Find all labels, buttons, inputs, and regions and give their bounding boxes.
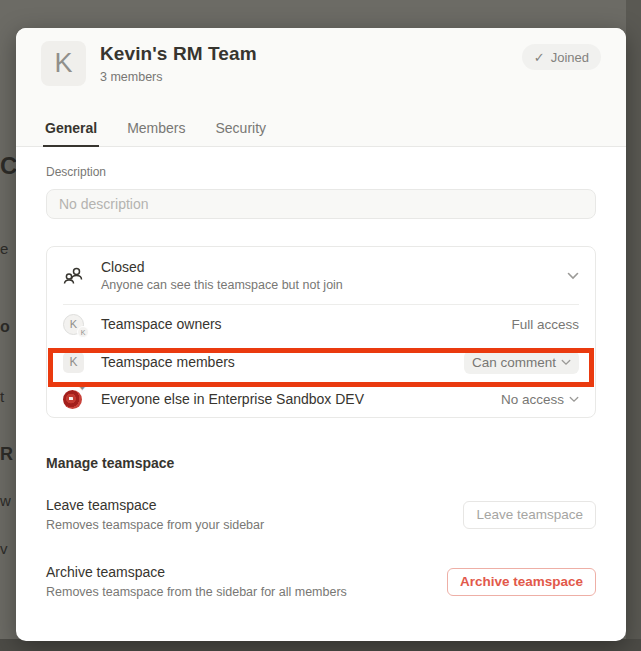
tab-security[interactable]: Security xyxy=(214,114,269,147)
access-level-owners: Full access xyxy=(511,317,579,332)
check-icon: ✓ xyxy=(534,50,545,65)
visibility-setting-row[interactable]: Closed Anyone can see this teamspace but… xyxy=(47,247,595,304)
access-level-members-dropdown[interactable]: Can comment xyxy=(464,351,579,374)
teamspace-settings-dialog: K Kevin's RM Team 3 members ✓ Joined Gen… xyxy=(16,28,626,641)
archive-teamspace-title: Archive teamspace xyxy=(46,564,347,580)
archive-teamspace-button[interactable]: Archive teamspace xyxy=(447,568,596,596)
backdrop-fragment: w xyxy=(0,492,11,509)
members-avatar: K xyxy=(63,350,87,374)
red-workspace-logo-icon: ✦ xyxy=(63,390,82,409)
joined-badge[interactable]: ✓ Joined xyxy=(522,44,601,70)
teamspace-avatar: K xyxy=(41,41,86,86)
dialog-body: Description Closed Anyone can see this t… xyxy=(16,147,626,599)
description-input[interactable] xyxy=(46,189,596,219)
access-row-members: K Teamspace members Can comment xyxy=(47,343,595,381)
people-group-icon xyxy=(63,266,87,286)
backdrop-fragment: R xyxy=(0,444,13,465)
access-level-everyone-value: No access xyxy=(501,392,564,407)
archive-teamspace-row: Archive teamspace Removes teamspace from… xyxy=(46,564,596,599)
backdrop-fragment: C xyxy=(0,152,17,180)
workspace-logo-icon: ✦ xyxy=(63,387,87,411)
sparkle-icon: ✦ xyxy=(78,384,86,393)
dialog-header: K Kevin's RM Team 3 members ✓ Joined Gen… xyxy=(16,28,626,147)
manage-teamspace-heading: Manage teamspace xyxy=(46,455,596,471)
chevron-down-icon xyxy=(567,272,579,280)
access-level-members-value: Can comment xyxy=(472,355,556,370)
access-level-everyone-dropdown[interactable]: No access xyxy=(501,392,579,407)
teamspace-title: Kevin's RM Team xyxy=(100,43,257,65)
avatar: K xyxy=(63,352,84,373)
backdrop-fragment: o xyxy=(0,318,10,336)
leave-teamspace-subtitle: Removes teamspace from your sidebar xyxy=(46,518,264,532)
archive-teamspace-subtitle: Removes teamspace from the sidebar for a… xyxy=(46,585,347,599)
visibility-subtitle: Anyone can see this teamspace but not jo… xyxy=(101,278,567,292)
visibility-title: Closed xyxy=(101,259,567,275)
access-row-label: Teamspace owners xyxy=(101,316,511,332)
backdrop-right-strip xyxy=(626,0,641,651)
backdrop-fragment: t xyxy=(0,388,4,405)
joined-badge-label: Joined xyxy=(551,50,589,65)
access-row-owners: K K Teamspace owners Full access xyxy=(47,305,595,343)
leave-teamspace-title: Leave teamspace xyxy=(46,497,264,513)
backdrop-fragment: e xyxy=(0,240,8,257)
permissions-card: Closed Anyone can see this teamspace but… xyxy=(46,246,596,418)
access-row-everyone: ✦ Everyone else in Enterprise Sandbox DE… xyxy=(47,381,595,417)
tab-bar: General Members Security xyxy=(43,114,268,147)
leave-teamspace-button[interactable]: Leave teamspace xyxy=(463,501,596,529)
avatar: K xyxy=(77,326,89,338)
backdrop-fragment: v xyxy=(0,540,8,557)
chevron-down-icon xyxy=(569,396,579,403)
teamspace-member-count: 3 members xyxy=(100,70,257,84)
description-label: Description xyxy=(46,165,596,179)
access-row-label: Everyone else in Enterprise Sandbox DEV xyxy=(101,391,501,407)
chevron-down-icon xyxy=(561,359,571,366)
owners-avatar-stack: K K xyxy=(63,312,87,336)
access-row-label: Teamspace members xyxy=(101,354,464,370)
tab-members[interactable]: Members xyxy=(125,114,187,147)
tab-general[interactable]: General xyxy=(43,114,99,147)
leave-teamspace-row: Leave teamspace Removes teamspace from y… xyxy=(46,497,596,532)
